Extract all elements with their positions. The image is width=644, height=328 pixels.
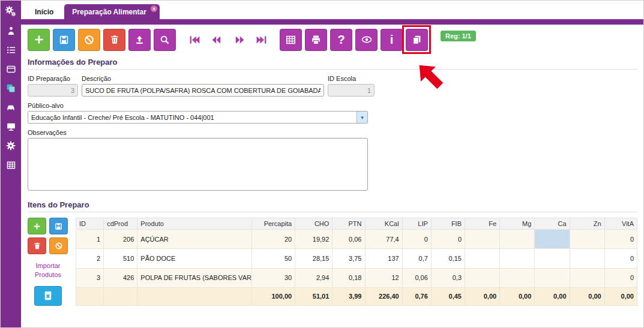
cell[interactable]: 2,94 bbox=[295, 268, 333, 287]
tab-inicio[interactable]: Início bbox=[27, 4, 61, 19]
cell[interactable]: 0,15 bbox=[431, 249, 465, 268]
print-button[interactable] bbox=[305, 29, 327, 51]
cell[interactable]: 0 bbox=[604, 268, 637, 287]
info-button[interactable]: i bbox=[381, 29, 403, 51]
cell[interactable] bbox=[500, 268, 535, 287]
cell[interactable]: 3,75 bbox=[333, 249, 365, 268]
eject-button[interactable] bbox=[128, 29, 151, 51]
total-cell: 0,00 bbox=[500, 287, 535, 305]
column-header-vita[interactable]: VitA bbox=[604, 218, 637, 230]
item-save-button[interactable] bbox=[49, 218, 68, 234]
nav-last-button[interactable] bbox=[255, 34, 268, 46]
cell[interactable]: 510 bbox=[104, 249, 137, 268]
sidebar-item-workstation[interactable] bbox=[3, 120, 19, 133]
cell[interactable]: 137 bbox=[365, 249, 402, 268]
sidebar-item-transport[interactable] bbox=[3, 101, 19, 114]
cell[interactable]: 0 bbox=[604, 230, 637, 249]
import-products-link[interactable]: Importar Produtos bbox=[28, 261, 68, 280]
column-header-id[interactable]: ID bbox=[76, 218, 104, 230]
column-header-lip[interactable]: LIP bbox=[402, 218, 431, 230]
column-header-cho[interactable]: CHO bbox=[295, 218, 333, 230]
item-add-button[interactable] bbox=[28, 218, 46, 234]
item-delete-button[interactable] bbox=[28, 237, 46, 254]
cell[interactable]: 0,06 bbox=[333, 230, 365, 249]
column-header-produto[interactable]: Produto bbox=[137, 218, 252, 230]
nav-previous-button[interactable] bbox=[211, 34, 223, 46]
grid-button[interactable] bbox=[280, 29, 302, 51]
cell[interactable] bbox=[535, 268, 570, 287]
sidebar-item-list[interactable] bbox=[3, 43, 19, 56]
help-button[interactable]: ? bbox=[330, 29, 352, 51]
cell[interactable] bbox=[500, 230, 535, 249]
cell[interactable] bbox=[570, 249, 604, 268]
cell[interactable]: 2 bbox=[76, 249, 104, 268]
cell[interactable] bbox=[465, 230, 500, 249]
cell[interactable] bbox=[535, 249, 570, 268]
descricao-input[interactable] bbox=[82, 84, 324, 97]
view-button[interactable] bbox=[355, 29, 378, 51]
cell[interactable]: 3 bbox=[76, 268, 104, 287]
sidebar-item-panel[interactable] bbox=[3, 62, 19, 76]
table-row[interactable]: 1206AÇÚCAR2019,920,0677,4000 bbox=[76, 230, 637, 249]
column-header-mg[interactable]: Mg bbox=[500, 218, 535, 230]
tab-preparacao-alimentar[interactable]: Preparação Alimentar x bbox=[64, 4, 160, 19]
cell[interactable] bbox=[500, 249, 535, 268]
copy-button[interactable] bbox=[406, 29, 428, 51]
cell[interactable]: 0,7 bbox=[402, 249, 431, 268]
sidebar-item-tables[interactable] bbox=[3, 158, 19, 171]
cell[interactable]: 0,18 bbox=[333, 268, 365, 287]
cell[interactable] bbox=[465, 249, 500, 268]
cell[interactable]: 426 bbox=[104, 268, 137, 287]
cell[interactable]: 206 bbox=[104, 230, 137, 249]
cell[interactable]: 1 bbox=[76, 230, 104, 249]
publico-alvo-label: Público-alvo bbox=[28, 102, 637, 109]
cell[interactable]: 12 bbox=[365, 268, 402, 287]
table-row[interactable]: 2510PÃO DOCE5028,153,751370,70,150 bbox=[76, 249, 637, 268]
cell[interactable]: PÃO DOCE bbox=[137, 249, 252, 268]
delete-button[interactable] bbox=[103, 29, 125, 51]
save-button[interactable] bbox=[53, 29, 75, 51]
cell[interactable]: 30 bbox=[251, 268, 295, 287]
cell[interactable] bbox=[465, 268, 500, 287]
sidebar-item-config[interactable] bbox=[3, 5, 19, 18]
cell[interactable]: 0,3 bbox=[431, 268, 465, 287]
cell[interactable] bbox=[570, 268, 604, 287]
column-header-fib[interactable]: FIB bbox=[431, 218, 465, 230]
column-header-cdprod[interactable]: cdProd bbox=[104, 218, 137, 230]
column-header-zn[interactable]: Zn bbox=[570, 218, 604, 230]
column-header-percapita[interactable]: Percapita bbox=[251, 218, 295, 230]
cell[interactable]: 19,92 bbox=[295, 230, 333, 249]
item-cancel-button[interactable] bbox=[49, 237, 68, 254]
first-record-icon bbox=[188, 34, 201, 46]
cell[interactable]: 0 bbox=[402, 230, 431, 249]
export-excel-button[interactable] bbox=[34, 286, 62, 306]
column-header-ca[interactable]: Ca bbox=[535, 218, 570, 230]
cell[interactable]: 0 bbox=[431, 230, 465, 249]
publico-alvo-select[interactable]: Educação Infantil - Creche/ Pré Escola -… bbox=[28, 111, 368, 124]
tab-close-icon[interactable]: x bbox=[151, 5, 157, 12]
cell[interactable]: POLPA DE FRUTAS (SABORES VARIADO bbox=[137, 268, 252, 287]
nav-first-button[interactable] bbox=[188, 34, 201, 46]
cell[interactable]: 28,15 bbox=[295, 249, 333, 268]
column-header-ptn[interactable]: PTN bbox=[333, 218, 365, 230]
sidebar-item-module[interactable] bbox=[3, 82, 19, 95]
sidebar-item-settings[interactable] bbox=[3, 139, 19, 152]
sidebar-item-users[interactable] bbox=[3, 24, 19, 37]
table-row[interactable]: 3426POLPA DE FRUTAS (SABORES VARIADO302,… bbox=[76, 268, 637, 287]
cell[interactable]: 77,4 bbox=[365, 230, 402, 249]
cell[interactable]: 20 bbox=[251, 230, 295, 249]
observacoes-textarea[interactable] bbox=[28, 138, 368, 191]
cancel-button[interactable] bbox=[78, 29, 100, 51]
total-cell: 100,00 bbox=[251, 287, 295, 305]
cell[interactable]: 50 bbox=[251, 249, 295, 268]
cell[interactable]: 0 bbox=[604, 249, 637, 268]
cell[interactable]: AÇÚCAR bbox=[137, 230, 252, 249]
search-button[interactable] bbox=[154, 29, 176, 51]
cell[interactable]: 0,06 bbox=[402, 268, 431, 287]
nav-next-button[interactable] bbox=[233, 34, 245, 46]
add-button[interactable] bbox=[28, 29, 50, 51]
column-header-kcal[interactable]: KCal bbox=[365, 218, 402, 230]
cell[interactable] bbox=[570, 230, 604, 249]
column-header-fe[interactable]: Fe bbox=[465, 218, 500, 230]
cell[interactable] bbox=[535, 230, 570, 249]
